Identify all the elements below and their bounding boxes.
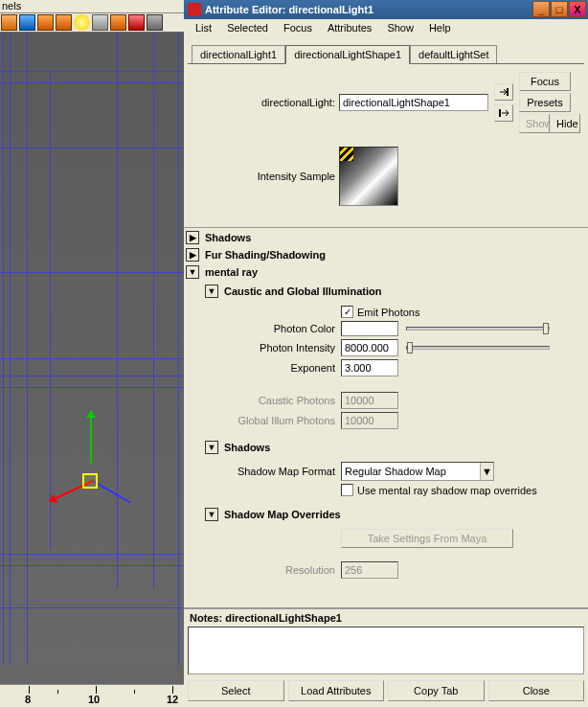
focus-button[interactable]: Focus [519, 72, 571, 91]
shelf-toolbar [0, 13, 184, 33]
window-title-text: Attribute Editor: directionalLight1 [205, 4, 373, 15]
viewport-3d[interactable] [0, 33, 184, 665]
pick-out-icon[interactable] [494, 104, 513, 122]
select-button[interactable]: Select [188, 680, 284, 701]
shelf-red-icon[interactable] [128, 14, 145, 31]
photon-color-swatch[interactable] [341, 321, 398, 336]
section-fur[interactable]: ▶ Fur Shading/Shadowing [184, 247, 586, 262]
emit-photons-checkbox[interactable]: ✓ [341, 306, 353, 318]
resolution-input [341, 561, 398, 579]
section-title: Shadows [224, 442, 270, 453]
toggle-down-icon: ▼ [205, 508, 218, 521]
toggle-right-icon: ▶ [186, 231, 199, 244]
tab-transform[interactable]: directionalLight1 [192, 45, 285, 63]
svg-rect-1 [499, 109, 501, 117]
left-panel-title: nels [0, 0, 184, 13]
close-button[interactable]: Close [488, 680, 585, 701]
section-title: Caustic and Global Illumination [224, 285, 381, 297]
use-overrides-label: Use mental ray shadow map overrides [357, 485, 537, 496]
section-caustic[interactable]: ▼ Caustic and Global Illumination [203, 284, 582, 299]
node-name-label: directionalLight: [192, 97, 335, 108]
section-title: Shadows [205, 232, 251, 243]
emit-photons-label: Emit Photons [357, 307, 419, 318]
intensity-sample-label: Intensity Sample [192, 171, 335, 182]
section-title: Fur Shading/Shadowing [205, 249, 326, 261]
tick-label: 10 [88, 694, 100, 705]
menu-selected[interactable]: Selected [219, 20, 276, 35]
axis-z-icon[interactable] [93, 480, 131, 503]
timeline-ruler[interactable]: 8 10 12 [0, 684, 184, 707]
tab-lightset[interactable]: defaultLightSet [410, 45, 497, 63]
menu-bar: List Selected Focus Attributes Show Help [184, 19, 588, 36]
app-icon [188, 3, 201, 16]
menu-list[interactable]: List [188, 20, 219, 35]
close-window-button[interactable]: X [569, 1, 586, 17]
center-handle-icon[interactable] [82, 473, 98, 489]
maximize-button[interactable]: □ [551, 1, 568, 17]
copy-tab-button[interactable]: Copy Tab [388, 680, 485, 701]
tick-label: 12 [167, 694, 178, 705]
toggle-right-icon: ▶ [186, 248, 199, 262]
gi-photons-label: Global Illum Photons [207, 415, 341, 426]
presets-button[interactable]: Presets [519, 93, 571, 112]
photon-intensity-input[interactable] [341, 339, 398, 356]
caustic-photons-label: Caustic Photons [207, 395, 341, 406]
toggle-down-icon: ▼ [205, 441, 218, 454]
tick-label: 8 [25, 694, 31, 705]
menu-show[interactable]: Show [379, 20, 421, 35]
pick-in-icon[interactable] [494, 83, 513, 101]
photon-intensity-label: Photon Intensity [207, 342, 341, 354]
menu-attributes[interactable]: Attributes [320, 20, 379, 35]
use-overrides-checkbox[interactable] [341, 484, 353, 496]
resolution-label: Resolution [207, 564, 341, 576]
shelf-dark-icon[interactable] [147, 14, 163, 31]
shelf-cube-1-icon[interactable] [1, 14, 17, 31]
toggle-down-icon: ▼ [186, 265, 199, 279]
load-attributes-button[interactable]: Load Attributes [288, 680, 385, 701]
minimize-button[interactable]: _ [532, 1, 550, 17]
section-overrides[interactable]: ▼ Shadow Map Overrides [203, 507, 582, 522]
section-title: Shadow Map Overrides [224, 509, 341, 520]
tab-shape[interactable]: directionalLightShape1 [285, 45, 410, 64]
move-manipulator[interactable] [75, 464, 170, 559]
menu-help[interactable]: Help [421, 20, 459, 35]
section-mr-shadows[interactable]: ▼ Shadows [203, 440, 582, 455]
axis-y-icon[interactable] [90, 416, 92, 464]
show-button[interactable]: Show [519, 114, 550, 133]
take-from-maya-button: Take Settings From Maya [341, 529, 513, 548]
photon-color-slider[interactable] [406, 327, 550, 331]
menu-focus[interactable]: Focus [276, 20, 320, 35]
section-title: mental ray [205, 266, 258, 278]
chevron-down-icon[interactable]: ▼ [480, 463, 493, 480]
intensity-sample-swatch[interactable] [339, 147, 398, 206]
shelf-cube-4-icon[interactable] [56, 14, 72, 31]
dropdown-value [342, 466, 480, 477]
node-name-input[interactable] [339, 94, 488, 111]
shelf-cube-2-icon[interactable] [19, 14, 35, 31]
shelf-cube-3-icon[interactable] [37, 14, 54, 31]
window-titlebar[interactable]: Attribute Editor: directionalLight1 _ □ … [184, 0, 588, 19]
shelf-gray-icon[interactable] [92, 14, 108, 31]
exponent-label: Exponent [207, 362, 341, 374]
photon-color-label: Photon Color [207, 323, 341, 334]
section-shadows[interactable]: ▶ Shadows [184, 230, 586, 245]
hide-button[interactable]: Hide [550, 114, 580, 133]
gi-photons-input [341, 412, 398, 429]
photon-intensity-slider[interactable] [406, 346, 550, 350]
caustic-photons-input [341, 392, 398, 409]
exponent-input[interactable] [341, 359, 398, 376]
shelf-cube-5-icon[interactable] [110, 14, 126, 31]
svg-rect-0 [507, 88, 509, 96]
notes-header[interactable]: Notes: directionalLightShape1 [184, 608, 588, 627]
shelf-light-icon[interactable] [74, 14, 90, 31]
toggle-down-icon: ▼ [205, 285, 218, 298]
shadow-map-format-label: Shadow Map Format [207, 466, 341, 477]
shadow-map-format-dropdown[interactable]: ▼ [341, 462, 494, 481]
section-mental-ray[interactable]: ▼ mental ray [184, 264, 586, 280]
notes-textarea[interactable] [188, 627, 584, 674]
